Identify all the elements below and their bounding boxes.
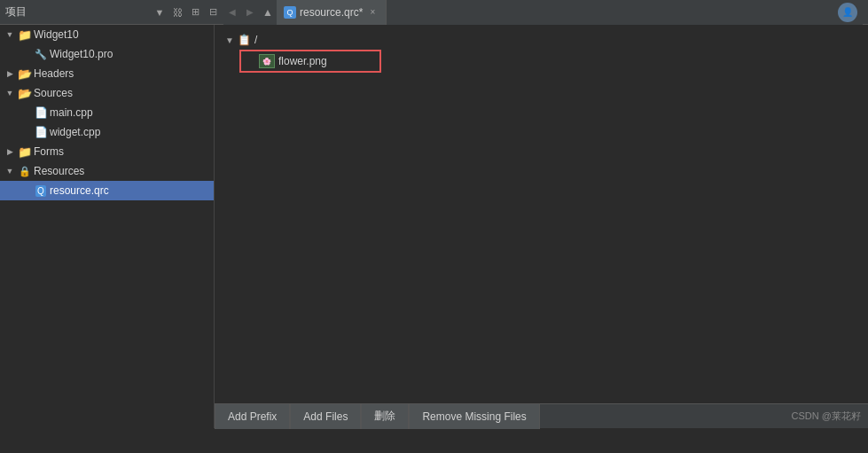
add-prefix-button[interactable]: Add Prefix <box>215 404 290 429</box>
expand-resources-icon: ▼ <box>4 165 16 177</box>
bottom-toolbar: Add Prefix Add Files 删除 Remove Missing F… <box>215 403 868 428</box>
nav-back-btn[interactable]: ◀ <box>223 0 241 25</box>
sidebar-item-widget10[interactable]: ▼ 📁 Widget10 <box>0 25 214 44</box>
sidebar-item-forms-label: Forms <box>34 145 64 158</box>
tab-bar: ◀ ▶ ▲ Q resource.qrc* × 👤 <box>223 0 863 25</box>
expand-sources-icon: ▼ <box>4 87 16 99</box>
expand-maincpp-icon <box>20 106 32 119</box>
nav-fwd-btn[interactable]: ▶ <box>241 0 259 25</box>
watermark-text: CSDN @莱花籽 <box>792 410 868 423</box>
split-v-icon[interactable]: ⊟ <box>206 5 220 20</box>
sidebar-item-widget10-label: Widget10 <box>34 28 79 41</box>
sidebar-item-headers[interactable]: ▶ 📂 Headers <box>0 64 214 83</box>
filter-icon[interactable]: ▼ <box>152 5 167 20</box>
sidebar-item-widgetcpp[interactable]: 📄 widget.cpp <box>0 122 214 142</box>
expand-widget10-icon: ▼ <box>4 28 16 41</box>
remove-missing-button[interactable]: Remove Missing Files <box>409 404 539 429</box>
prefix-icon: 📋 <box>238 34 251 46</box>
resource-file-label: flower.png <box>278 55 327 67</box>
sidebar-item-headers-label: Headers <box>34 67 74 80</box>
tab-close-btn[interactable]: × <box>366 6 379 19</box>
file-maincpp-icon: 📄 <box>34 105 48 120</box>
sidebar-item-sources-label: Sources <box>34 87 73 99</box>
folder-headers-icon: 📂 <box>18 66 32 81</box>
folder-forms-icon: 📁 <box>18 144 32 159</box>
tab-label: resource.qrc* <box>300 6 363 19</box>
resource-file-item[interactable]: 🌸 flower.png <box>239 50 381 73</box>
sidebar-item-forms[interactable]: ▶ 📁 Forms <box>0 142 214 161</box>
folder-sources-icon: 📂 <box>18 86 32 100</box>
file-pro-icon: 🔧 <box>34 47 48 61</box>
add-files-button[interactable]: Add Files <box>290 404 361 429</box>
project-label: 项目 <box>5 4 27 20</box>
expand-headers-icon: ▶ <box>4 67 16 80</box>
sidebar-item-resourceqrc-label: resource.qrc <box>50 184 109 197</box>
project-sidebar: ▼ 📁 Widget10 🔧 Widget10.pro ▶ 📂 Headers … <box>0 25 215 428</box>
nav-up-btn[interactable]: ▲ <box>259 0 277 25</box>
prefix-header: ▼ 📋 / <box>222 32 861 48</box>
expand-forms-icon: ▶ <box>4 145 16 158</box>
sidebar-item-widget10pro[interactable]: 🔧 Widget10.pro <box>0 44 214 64</box>
sidebar-item-maincpp[interactable]: 📄 main.cpp <box>0 103 214 122</box>
tab-file-icon: Q <box>284 6 296 19</box>
main-layout: ▼ 📁 Widget10 🔧 Widget10.pro ▶ 📂 Headers … <box>0 25 868 428</box>
folder-widget10-icon: 📁 <box>18 27 32 42</box>
sidebar-item-resources-label: Resources <box>34 165 84 177</box>
expand-resourceqrc-icon <box>20 184 32 197</box>
file-qrc-icon: Q <box>34 184 48 198</box>
prefix-label: / <box>254 34 257 46</box>
sidebar-item-resources[interactable]: ▼ 🔒 Resources <box>0 161 214 181</box>
resource-file-icon: 🌸 <box>259 54 275 68</box>
title-bar: 项目 ▼ ⛓ ⊞ ⊟ ◀ ▶ ▲ Q resource.qrc* × 👤 <box>0 0 868 25</box>
expand-widget10pro-icon <box>20 48 32 60</box>
user-avatar: 👤 <box>838 3 857 22</box>
editor-content: ▼ 📋 / 🌸 flower.png <box>215 25 868 403</box>
project-title-area: 项目 ▼ ⛓ ⊞ ⊟ <box>5 4 220 20</box>
sidebar-item-widgetcpp-label: widget.cpp <box>50 126 100 138</box>
sidebar-item-resourceqrc[interactable]: Q resource.qrc <box>0 181 214 200</box>
split-h-icon[interactable]: ⊞ <box>188 5 202 20</box>
sidebar-item-widget10pro-label: Widget10.pro <box>50 48 113 60</box>
sidebar-item-maincpp-label: main.cpp <box>50 106 93 119</box>
link-icon[interactable]: ⛓ <box>170 5 184 20</box>
file-widgetcpp-icon: 📄 <box>34 125 48 139</box>
delete-button[interactable]: 删除 <box>361 404 409 429</box>
editor-area: ▼ 📋 / 🌸 flower.png Add Prefix Add Files … <box>215 25 868 428</box>
folder-resources-icon: 🔒 <box>18 164 32 178</box>
resource-qrc-tab[interactable]: Q resource.qrc* × <box>277 0 387 25</box>
expand-widgetcpp-icon <box>20 126 32 138</box>
sidebar-item-sources[interactable]: ▼ 📂 Sources <box>0 83 214 103</box>
